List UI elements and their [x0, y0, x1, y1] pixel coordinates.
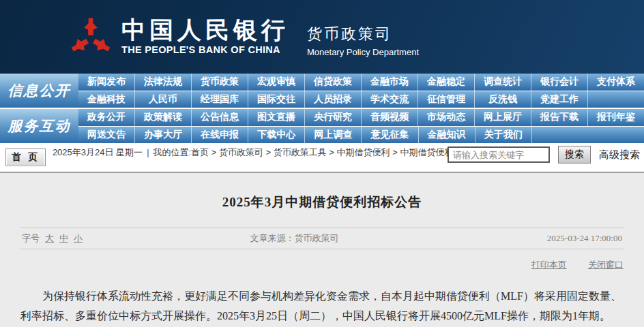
font-size-large-link[interactable]: 大	[45, 233, 54, 243]
print-page-link[interactable]: 打印本页	[531, 260, 567, 270]
nav-item[interactable]: 意见征集	[362, 127, 418, 144]
nav-item[interactable]: 音频视频	[362, 109, 418, 126]
nav-item[interactable]: 征信管理	[418, 91, 475, 108]
nav-item[interactable]: 金融知识	[419, 127, 475, 144]
home-button[interactable]: 首 页	[5, 149, 46, 166]
nav-item-empty	[588, 127, 644, 144]
nav-row: 网送文告办事大厅在线申报下载中心网上调查意见征集金融知识关于我们	[78, 126, 644, 144]
nav-band-information: 信息公开 新闻发布法律法规货币政策宏观审慎信贷政策金融市场金融稳定调查统计银行会…	[0, 74, 644, 108]
nav-item[interactable]: 关于我们	[475, 127, 532, 144]
nav-item[interactable]: 金融市场	[362, 74, 418, 91]
department-name-cn: 货币政策司	[307, 24, 419, 44]
nav-row: 新闻发布法律法规货币政策宏观审慎信贷政策金融市场金融稳定调查统计银行会计支付体系	[78, 74, 644, 91]
nav-item[interactable]: 网上展厅	[475, 109, 531, 126]
nav-item[interactable]: 办事大厅	[135, 127, 192, 144]
nav-item[interactable]: 人民币	[135, 91, 192, 108]
nav-row: 政务公开政策解读公告信息图文直播央行研究音频视频市场动态网上展厅报告下载报刊年鉴	[78, 109, 644, 126]
nav-item[interactable]: 国际交往	[248, 91, 305, 108]
font-size-label: 字号	[22, 233, 40, 243]
advanced-search-link[interactable]: 高级搜索	[599, 149, 640, 161]
nav-item[interactable]: 政务公开	[78, 109, 135, 126]
nav-band-label-services: 服务互动	[0, 109, 78, 143]
nav-item[interactable]: 下载中心	[248, 127, 305, 144]
nav-item[interactable]: 报告下载	[531, 109, 588, 126]
nav-item[interactable]: 图文直播	[248, 109, 305, 126]
article-body: 为保持银行体系流动性充裕，更好满足不同参与机构差异化资金需求，自本月起中期借贷便…	[20, 286, 624, 326]
nav-item-empty	[532, 127, 588, 144]
nav-item[interactable]: 新闻发布	[78, 74, 135, 91]
nav-row: 金融科技人民币经理国库国际交往人员招录学术交流征信管理反洗钱党建工作	[78, 91, 644, 108]
bank-name-en: THE PEOPLE'S BANK OF CHINA	[121, 44, 289, 55]
current-date: 2025年3月24日 星期一	[53, 147, 143, 157]
article-source: 文章来源：货币政策司	[250, 232, 442, 245]
nav-item[interactable]: 央行研究	[305, 109, 362, 126]
article-title: 2025年3月中期借贷便利招标公告	[0, 173, 644, 211]
source-value: 货币政策司	[294, 233, 338, 243]
nav-item[interactable]: 反洗钱	[475, 91, 531, 108]
site-header: 中国人民银行 THE PEOPLE'S BANK OF CHINA 货币政策司 …	[0, 0, 644, 74]
article-datetime: 2025-03-24 17:00:00	[442, 233, 622, 244]
nav-item[interactable]: 信贷政策	[305, 74, 362, 91]
breadcrumb: 2025年3月24日 星期一|我的位置:首页 > 货币政策司 > 货币政策工具 …	[53, 146, 497, 158]
nav-item[interactable]: 支付体系	[588, 74, 644, 91]
nav-item[interactable]: 学术交流	[362, 91, 418, 108]
article-meta-row: 字号大中小 文章来源：货币政策司 2025-03-24 17:00:00	[20, 228, 624, 249]
breadcrumb-path[interactable]: 我的位置:首页 > 货币政策司 > 货币政策工具 > 中期借贷便利 > 中期借贷…	[153, 147, 489, 157]
nav-item[interactable]: 经理国库	[192, 91, 248, 108]
nav-item[interactable]: 政策解读	[135, 109, 192, 126]
nav-item[interactable]: 在线申报	[192, 127, 248, 144]
nav-item[interactable]: 公告信息	[192, 109, 248, 126]
close-window-link[interactable]: 关闭窗口	[588, 260, 624, 270]
nav-item[interactable]: 金融科技	[78, 91, 135, 108]
nav-item[interactable]: 调查统计	[475, 74, 531, 91]
nav-item[interactable]: 网上调查	[305, 127, 362, 144]
nav-item[interactable]: 法律法规	[135, 74, 192, 91]
bank-brand: 中国人民银行 THE PEOPLE'S BANK OF CHINA	[121, 18, 289, 55]
nav-item[interactable]: 报刊年鉴	[588, 109, 644, 126]
nav-item[interactable]: 人员招录	[305, 91, 362, 108]
nav-item[interactable]: 党建工作	[531, 91, 588, 108]
nav-item[interactable]: 金融稳定	[418, 74, 475, 91]
department-name-en: Monetary Policy Department	[307, 47, 419, 57]
nav-rows: 新闻发布法律法规货币政策宏观审慎信贷政策金融市场金融稳定调查统计银行会计支付体系…	[78, 74, 644, 108]
search-area: 搜索 高级搜索	[448, 146, 640, 164]
nav-item[interactable]: 银行会计	[531, 74, 588, 91]
nav-band-services: 服务互动 政务公开政策解读公告信息图文直播央行研究音频视频市场动态网上展厅报告下…	[0, 109, 644, 143]
font-size-controls: 字号大中小	[22, 232, 250, 245]
article-content: 2025年3月中期借贷便利招标公告 字号大中小 文章来源：货币政策司 2025-…	[0, 172, 644, 327]
breadcrumb-separator: |	[147, 147, 149, 157]
search-input[interactable]	[448, 146, 550, 163]
source-label: 文章来源：	[250, 233, 294, 243]
bank-name-cn: 中国人民银行	[121, 18, 289, 42]
nav-rows: 政务公开政策解读公告信息图文直播央行研究音频视频市场动态网上展厅报告下载报刊年鉴…	[78, 109, 644, 143]
nav-item[interactable]: 宏观审慎	[248, 74, 305, 91]
font-size-medium-link[interactable]: 中	[59, 233, 68, 243]
page: 中国人民银行 THE PEOPLE'S BANK OF CHINA 货币政策司 …	[0, 0, 644, 327]
nav-item[interactable]: 货币政策	[192, 74, 248, 91]
nav-item[interactable]: 市场动态	[418, 109, 475, 126]
nav-item[interactable]: 网送文告	[78, 127, 135, 144]
breadcrumb-bar: 首 页 2025年3月24日 星期一|我的位置:首页 > 货币政策司 > 货币政…	[0, 143, 644, 172]
font-size-small-link[interactable]: 小	[74, 233, 83, 243]
department-title: 货币政策司 Monetary Policy Department	[307, 17, 419, 57]
search-button[interactable]: 搜索	[558, 146, 591, 164]
nav-item-empty	[588, 91, 644, 108]
pboc-logo-icon	[68, 14, 113, 60]
nav-band-label-information: 信息公开	[0, 74, 78, 108]
article-actions: 打印本页 关闭窗口	[20, 259, 624, 271]
